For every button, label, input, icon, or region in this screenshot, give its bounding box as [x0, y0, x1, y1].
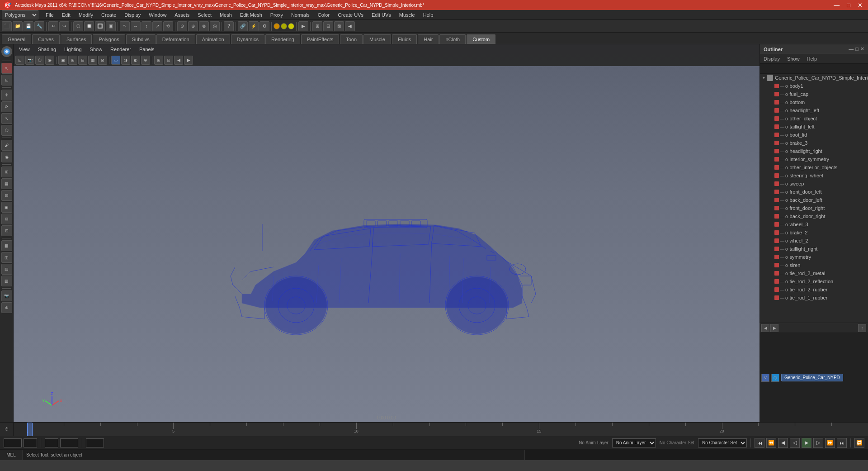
outliner-item-11[interactable]: —oother_interior_objects — [760, 163, 868, 171]
lt-paint-tool[interactable]: 🖌 — [1, 140, 12, 151]
tab-ncloth[interactable]: nCloth — [439, 34, 466, 44]
expand-icon-14[interactable] — [768, 189, 774, 195]
script-mode-btn[interactable]: MEL — [0, 450, 23, 460]
lt-sculpt-tool[interactable]: ◉ — [1, 152, 12, 162]
tb-btn-3[interactable]: 💾 — [24, 21, 33, 31]
tb-btn-11[interactable]: ↖ — [120, 21, 130, 31]
expand-icon-20[interactable] — [768, 238, 774, 243]
menu-color[interactable]: Color — [314, 11, 333, 19]
outliner-selected-item[interactable]: Generic_Police_Car_NYPD — [781, 374, 843, 381]
vm-renderer[interactable]: Renderer — [107, 46, 135, 53]
lt-snapping[interactable]: ⊕ — [1, 302, 12, 313]
expand-icon-15[interactable] — [768, 197, 774, 203]
outliner-item-23[interactable]: —osiren — [760, 261, 868, 269]
tb-light-3[interactable] — [288, 23, 294, 29]
lt-select-tool[interactable]: ↖ — [1, 63, 12, 74]
current-frame-input[interactable]: 1 — [24, 438, 37, 447]
expand-icon-25[interactable] — [768, 279, 774, 284]
tb-btn-10[interactable]: ▣ — [106, 21, 116, 31]
maximize-button[interactable]: □ — [845, 2, 852, 9]
expand-icon-5[interactable] — [768, 116, 774, 121]
outliner-item-15[interactable]: —oback_door_left — [760, 196, 868, 204]
expand-icon-27[interactable] — [768, 295, 774, 300]
tab-polygons[interactable]: Polygons — [93, 34, 125, 44]
play-forward-btn[interactable]: ▶ — [802, 438, 811, 448]
char-set-select[interactable]: No Character Set — [698, 438, 747, 447]
outliner-item-1[interactable]: —obody1 — [760, 82, 868, 90]
expand-icon-10[interactable] — [768, 157, 774, 162]
lt-btn-b[interactable]: ▦ — [1, 178, 12, 189]
tab-deformation[interactable]: Deformation — [156, 34, 195, 44]
outliner-item-20[interactable]: —owheel_2 — [760, 237, 868, 245]
menu-create-uvs[interactable]: Create UVs — [334, 11, 367, 19]
tb-btn-21[interactable]: 🔗 — [238, 21, 248, 31]
tab-muscle[interactable]: Muscle — [363, 34, 391, 44]
close-button[interactable]: ✕ — [856, 2, 864, 9]
outliner-item-5[interactable]: —oother_object — [760, 114, 868, 123]
vt-btn-13[interactable]: ⊞ — [154, 56, 163, 65]
expand-icon-26[interactable] — [768, 287, 774, 292]
menu-edit[interactable]: Edit — [58, 11, 74, 19]
menu-modify[interactable]: Modify — [75, 11, 97, 19]
tb-btn-20[interactable]: ? — [224, 21, 234, 31]
outliner-search-input[interactable] — [760, 64, 868, 74]
minimize-button[interactable]: — — [832, 2, 841, 9]
tb-btn-18[interactable]: ⊗ — [199, 21, 209, 31]
tab-painteffects[interactable]: PaintEffects — [301, 34, 340, 44]
outliner-item-25[interactable]: —otie_rod_2_reflection — [760, 277, 868, 285]
outliner-item-0[interactable]: ▼Generic_Police_Car_NYPD_Simple_Interior — [760, 74, 868, 82]
menu-help[interactable]: Help — [420, 11, 437, 19]
lt-btn-h[interactable]: ◫ — [1, 252, 12, 263]
vm-shading[interactable]: Shading — [34, 46, 60, 53]
vt-btn-15[interactable]: ◀ — [174, 56, 183, 65]
lt-btn-g[interactable]: ▩ — [1, 240, 12, 251]
vt-btn-14[interactable]: ⊡ — [164, 56, 173, 65]
vt-btn-4[interactable]: ◉ — [45, 56, 54, 65]
menu-edit-mesh[interactable]: Edit Mesh — [236, 11, 266, 19]
vm-view[interactable]: View — [15, 46, 33, 53]
vt-btn-2[interactable]: 📷 — [25, 56, 34, 65]
tb-btn-22[interactable]: ⚡ — [249, 21, 259, 31]
tab-curves[interactable]: Curves — [32, 34, 60, 44]
expand-icon-17[interactable] — [768, 214, 774, 219]
ob-scroll-right[interactable]: ▶ — [770, 324, 778, 332]
tb-btn-26[interactable]: ⊠ — [334, 21, 344, 31]
tb-btn-25[interactable]: ⊟ — [323, 21, 333, 31]
outliner-item-18[interactable]: —owheel_3 — [760, 220, 868, 228]
tb-btn-6[interactable]: ↪ — [59, 21, 69, 31]
vt-btn-7[interactable]: ⊟ — [78, 56, 87, 65]
lt-btn-i[interactable]: ▨ — [1, 264, 12, 275]
vt-btn-11[interactable]: ◐ — [131, 56, 140, 65]
lt-btn-c[interactable]: ⊟ — [1, 190, 12, 201]
outliner-menu-help[interactable]: Help — [805, 55, 819, 62]
expand-icon-23[interactable] — [768, 262, 774, 268]
tb-btn-9[interactable]: 🔳 — [95, 21, 105, 31]
expand-icon-13[interactable] — [768, 181, 774, 186]
vt-btn-1[interactable]: ⊡ — [15, 56, 24, 65]
ob-scroll-left[interactable]: ◀ — [761, 324, 769, 332]
tab-subdivs[interactable]: Subdivs — [126, 34, 156, 44]
lt-scale-tool[interactable]: ⤡ — [1, 113, 12, 124]
menu-proxy[interactable]: Proxy — [267, 11, 287, 19]
lt-move-tool[interactable]: ✛ — [1, 90, 12, 100]
vm-show[interactable]: Show — [86, 46, 106, 53]
outliner-item-22[interactable]: —osymmetry — [760, 253, 868, 261]
tb-light-1[interactable] — [274, 23, 280, 29]
outliner-item-7[interactable]: —oboot_lid — [760, 131, 868, 139]
outliner-item-26[interactable]: —otie_rod_2_rubber — [760, 285, 868, 294]
tb-btn-27[interactable]: ◀ — [345, 21, 355, 31]
expand-icon-1[interactable] — [768, 83, 774, 89]
tb-btn-14[interactable]: ↗ — [152, 21, 162, 31]
menu-display[interactable]: Display — [121, 11, 144, 19]
outliner-item-12[interactable]: —osteering_wheel — [760, 171, 868, 180]
menu-mesh[interactable]: Mesh — [216, 11, 236, 19]
menu-edit-uvs[interactable]: Edit UVs — [368, 11, 395, 19]
lt-btn-j[interactable]: ▧ — [1, 276, 12, 286]
tb-btn-8[interactable]: 🔲 — [84, 21, 94, 31]
next-frame-btn[interactable]: ⏩ — [825, 438, 835, 448]
lt-camera-tool[interactable]: 📷 — [1, 290, 12, 301]
play-back-btn[interactable]: ◁ — [790, 438, 800, 448]
lt-transform-tool[interactable]: ⬡ — [1, 125, 12, 136]
outliner-item-6[interactable]: —otaillight_left — [760, 123, 868, 131]
next-key-btn[interactable]: ▷ — [813, 438, 823, 448]
